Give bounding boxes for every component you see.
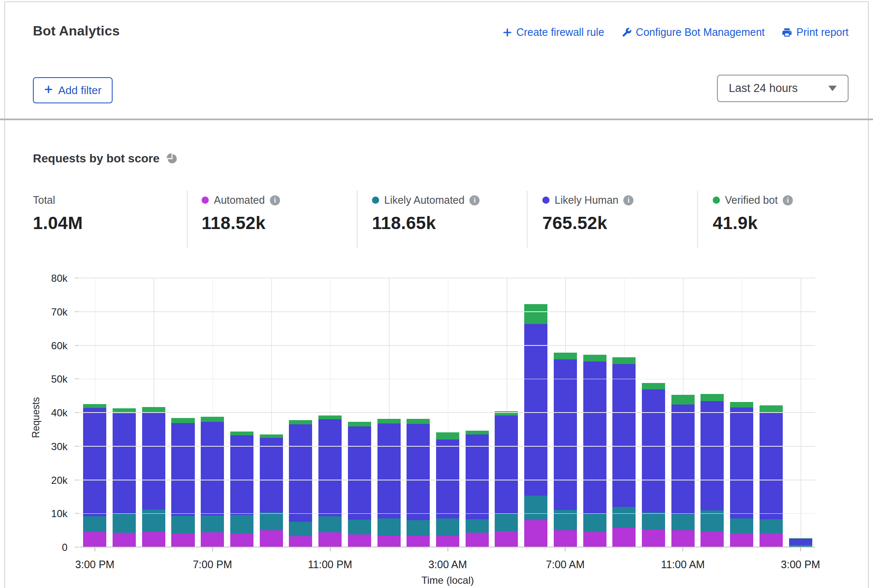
- bar-slot: [609, 278, 639, 548]
- page-title: Bot Analytics: [33, 23, 120, 39]
- bar-segment-likely-human: [113, 413, 136, 514]
- time-range-select[interactable]: Last 24 hours: [717, 75, 849, 102]
- bar-segment-likely-human: [289, 424, 312, 521]
- bar-segment-likely-human: [612, 364, 636, 507]
- info-icon[interactable]: [623, 195, 633, 205]
- bar-slot: [521, 278, 551, 548]
- stacked-bar[interactable]: [466, 278, 489, 548]
- bar-segment-verified-bot: [436, 432, 459, 440]
- bar-segment-automated: [113, 533, 136, 548]
- print-report-link[interactable]: Print report: [781, 26, 849, 38]
- stat-verified-bot-value: 41.9k: [713, 213, 793, 233]
- stacked-bar[interactable]: [730, 278, 753, 548]
- y-tick-label: 40k: [51, 407, 67, 419]
- bar-slot: [492, 278, 521, 548]
- printer-icon: [781, 27, 792, 38]
- stacked-bar[interactable]: [230, 278, 253, 548]
- stacked-bar[interactable]: [348, 278, 371, 548]
- bar-segment-automated: [466, 533, 489, 548]
- bar-segment-verified-bot: [171, 418, 194, 423]
- stacked-bar[interactable]: [642, 278, 665, 548]
- likely-automated-legend-dot: [372, 197, 379, 204]
- bar-segment-verified-bot: [407, 419, 430, 423]
- stacked-bar[interactable]: [789, 278, 812, 548]
- add-filter-button[interactable]: Add filter: [33, 77, 113, 103]
- x-tick-mark: [682, 548, 683, 551]
- stacked-bar[interactable]: [113, 278, 136, 548]
- bar-segment-automated: [348, 534, 371, 548]
- stacked-bar[interactable]: [760, 278, 783, 548]
- stacked-bar[interactable]: [436, 278, 459, 548]
- x-axis-title: Time (local): [80, 575, 815, 586]
- stacked-bar[interactable]: [142, 278, 165, 548]
- bar-segment-automated: [230, 533, 253, 548]
- stacked-bar[interactable]: [554, 278, 577, 548]
- bar-segment-likely-human: [466, 434, 489, 519]
- info-icon[interactable]: [783, 195, 793, 205]
- stacked-bar[interactable]: [171, 278, 194, 548]
- y-tick-mark: [75, 311, 79, 312]
- bar-segment-automated: [760, 533, 783, 548]
- stacked-bar[interactable]: [289, 278, 312, 548]
- stacked-bar[interactable]: [495, 278, 518, 548]
- pie-chart-icon: [166, 153, 178, 165]
- stacked-bar[interactable]: [407, 278, 430, 548]
- x-tick-mark: [565, 548, 566, 551]
- chevron-down-icon: [828, 86, 837, 91]
- header-actions: Create firewall rule Configure Bot Manag…: [502, 26, 849, 38]
- stats-row: Total 1.04M Automated 118.52k Likely Aut…: [0, 191, 873, 254]
- bar-slot: [110, 278, 139, 548]
- info-icon[interactable]: [270, 195, 280, 205]
- bar-segment-automated: [612, 528, 636, 548]
- create-firewall-rule-link[interactable]: Create firewall rule: [502, 26, 604, 38]
- stacked-bar[interactable]: [524, 278, 547, 548]
- bar-segment-likely-human: [495, 415, 518, 514]
- bar-segment-likely-automated: [730, 518, 753, 533]
- bar-segment-likely-human: [760, 412, 783, 519]
- stacked-bar[interactable]: [260, 278, 283, 548]
- bar-segment-likely-automated: [583, 513, 606, 531]
- y-tick-label: 80k: [51, 272, 67, 284]
- bar-segment-verified-bot: [730, 402, 753, 408]
- x-tick-mark: [800, 548, 801, 551]
- bar-slot: [580, 278, 609, 548]
- stacked-bar[interactable]: [671, 278, 695, 548]
- stacked-bar[interactable]: [612, 278, 636, 548]
- x-axis-ticks: 3:00 PM7:00 PM11:00 PM3:00 AM7:00 AM11:0…: [80, 558, 815, 575]
- bar-segment-verified-bot: [671, 395, 695, 405]
- y-tick-label: 70k: [51, 306, 67, 318]
- bar-segment-likely-automated: [760, 519, 783, 533]
- gridline: [80, 412, 815, 413]
- bar-slot: [462, 278, 492, 548]
- bar-segment-verified-bot: [554, 353, 577, 359]
- gridline: [80, 513, 815, 514]
- info-icon[interactable]: [469, 195, 480, 205]
- plus-icon: [44, 84, 53, 97]
- configure-bot-management-link[interactable]: Configure Bot Management: [621, 26, 765, 38]
- x-tick-mark: [212, 548, 213, 551]
- bar-segment-verified-bot: [377, 419, 401, 423]
- bar-slot: [551, 278, 580, 548]
- stat-likely-human-value: 765.52k: [542, 213, 633, 233]
- y-tick-label: 10k: [51, 508, 67, 520]
- bar-segment-likely-automated: [377, 518, 401, 536]
- bar-slot: [286, 278, 315, 548]
- bar-slot: [668, 278, 698, 548]
- bar-segment-likely-automated: [612, 507, 636, 528]
- stacked-bar[interactable]: [701, 278, 724, 548]
- bar-segment-likely-human: [377, 423, 401, 519]
- x-tick-label: 7:00 PM: [193, 558, 232, 571]
- stacked-bar[interactable]: [318, 278, 342, 548]
- stacked-bar[interactable]: [201, 278, 224, 548]
- stacked-bar[interactable]: [83, 278, 106, 548]
- stacked-bar[interactable]: [377, 278, 401, 548]
- stat-likely-automated-label: Likely Automated: [384, 194, 464, 206]
- bar-slot: [698, 278, 727, 548]
- stacked-bar[interactable]: [583, 278, 606, 548]
- bar-segment-likely-automated: [289, 522, 312, 536]
- bar-slot: [80, 278, 110, 548]
- bar-segment-automated: [436, 536, 459, 548]
- add-filter-label: Add filter: [58, 84, 102, 97]
- stat-verified-bot: Verified bot 41.9k: [713, 194, 793, 233]
- y-tick-mark: [75, 547, 79, 548]
